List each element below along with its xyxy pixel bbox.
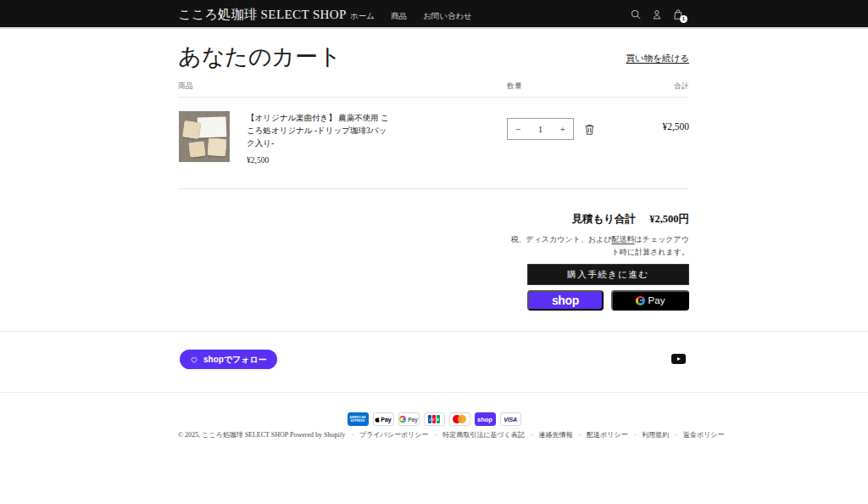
column-header-product: 商品 <box>178 81 193 92</box>
product-image-pack <box>188 141 206 158</box>
nav-contact[interactable]: お問い合わせ <box>423 11 472 22</box>
separator: · <box>578 431 581 439</box>
remove-item-button[interactable] <box>583 123 596 136</box>
gpay-badge-label: Pay <box>408 417 418 423</box>
site-header: こころ処珈琲 SELECT SHOP ホーム 商品 お問い合わせ 1 <box>0 0 868 29</box>
estimated-total-label: 見積もり合計 <box>572 212 637 227</box>
google-g-icon <box>636 296 645 305</box>
separator: · <box>634 431 637 439</box>
nav-products[interactable]: 商品 <box>391 11 407 22</box>
continue-shopping-link[interactable]: 買い物を続ける <box>626 53 689 64</box>
footer-link-privacy[interactable]: プライバシーポリシー <box>359 431 429 439</box>
google-g-icon <box>399 416 406 423</box>
payment-methods-row: AMERICAN EXPRESS Pay Pay JCB shop VISA <box>0 412 868 426</box>
product-image-pack <box>182 120 202 140</box>
product-image-box <box>198 116 227 137</box>
shipping-policy-link[interactable]: 配送料 <box>612 235 635 244</box>
quantity-stepper: − + <box>507 118 574 140</box>
apple-logo-icon <box>375 417 380 423</box>
store-name-link[interactable]: こころ処珈琲 SELECT SHOP <box>178 7 347 23</box>
column-header-total: 合計 <box>674 81 689 92</box>
footer-copyright-row: © 2025, こころ処珈琲 SELECT SHOP Powered by Sh… <box>178 430 698 440</box>
google-pay-icon: Pay <box>398 412 420 426</box>
shop-pay-icon: shop <box>475 412 496 426</box>
line-item-total: ¥2,500 <box>662 121 689 132</box>
google-pay-label: Pay <box>648 295 665 305</box>
divider <box>178 97 689 98</box>
shop-pay-button[interactable]: shop <box>527 290 604 311</box>
tax-shipping-note: 税、ディスカウント、および配送料はチェックアウト時に計算されます。 <box>509 233 689 260</box>
google-pay-button[interactable]: Pay <box>611 290 689 311</box>
product-image-pack <box>207 137 226 156</box>
column-header-quantity: 数量 <box>507 81 522 92</box>
shop-follow-button[interactable]: shopでフォロー <box>180 350 277 369</box>
tax-note-text: 税、ディスカウント、および <box>510 235 611 244</box>
search-icon[interactable] <box>630 8 642 20</box>
cart-page: こころ処珈琲 SELECT SHOP ホーム 商品 お問い合わせ 1 あなたのカ… <box>0 0 868 504</box>
quantity-input[interactable] <box>531 125 550 134</box>
footer-link-tokushoho[interactable]: 特定商取引法に基づく表記 <box>442 431 525 439</box>
shop-follow-label: shopでフォロー <box>203 354 267 366</box>
footer-link-terms[interactable]: 利用規約 <box>642 431 669 439</box>
jcb-icon: JCB <box>424 412 445 426</box>
separator: · <box>531 431 533 439</box>
estimated-total-row: 見積もり合計 ¥2,500円 <box>572 212 689 227</box>
divider <box>178 188 689 189</box>
mastercard-circles <box>453 415 466 423</box>
main-nav: ホーム 商品 お問い合わせ <box>350 11 472 22</box>
mastercard-icon <box>449 412 470 426</box>
estimated-total-value: ¥2,500円 <box>649 212 689 227</box>
cart-icon[interactable]: 1 <box>672 8 684 20</box>
footer-divider <box>0 392 868 393</box>
product-info: 【オリジナル楽曲付き】 農薬不使用 こころ処オリジナル -ドリップ珈琲3パック入… <box>247 112 391 165</box>
product-unit-price: ¥2,500 <box>247 156 391 165</box>
cart-count-badge: 1 <box>680 15 687 23</box>
footer-link-contact-info[interactable]: 連絡先情報 <box>538 431 572 439</box>
youtube-icon[interactable] <box>671 354 686 364</box>
jcb-label: JCB <box>427 417 441 422</box>
separator: · <box>434 431 437 439</box>
separator: · <box>675 431 677 439</box>
heart-icon <box>190 356 198 364</box>
quantity-increase-button[interactable]: + <box>560 125 565 134</box>
account-icon[interactable] <box>651 8 663 20</box>
visa-icon: VISA <box>500 412 521 426</box>
powered-by-shopify-link[interactable]: Powered by Shopify <box>290 431 345 439</box>
header-icons: 1 <box>630 0 684 29</box>
apple-pay-icon: Pay <box>373 412 394 426</box>
separator: · <box>351 431 353 439</box>
product-title-link[interactable]: 【オリジナル楽曲付き】 農薬不使用 こころ処オリジナル -ドリップ珈琲3パック入… <box>247 112 391 150</box>
checkout-button[interactable]: 購入手続きに進む <box>527 264 689 285</box>
footer-link-shipping-policy[interactable]: 配送ポリシー <box>587 431 628 439</box>
footer-link-refund-policy[interactable]: 返金ポリシー <box>683 431 725 439</box>
copyright-text: © 2025, こころ処珈琲 SELECT SHOP <box>178 431 288 439</box>
product-image[interactable] <box>179 111 230 162</box>
quantity-decrease-button[interactable]: − <box>515 125 520 134</box>
apple-pay-label: Pay <box>381 417 391 423</box>
footer-divider <box>0 331 868 332</box>
page-title: あなたのカート <box>178 42 342 72</box>
amex-icon: AMERICAN EXPRESS <box>348 412 369 426</box>
nav-home[interactable]: ホーム <box>350 11 375 22</box>
